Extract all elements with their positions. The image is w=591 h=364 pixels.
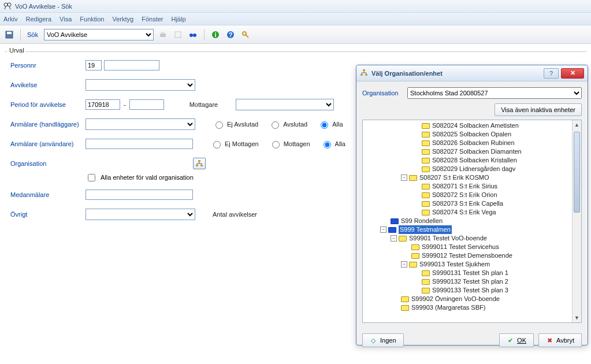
tree-node-label: S99902 Övningen VoO-boende <box>411 295 500 303</box>
personnr-input[interactable] <box>104 60 159 70</box>
expander-icon[interactable]: − <box>391 235 397 242</box>
tree-node[interactable]: S9990133 Testet Sh plan 3 <box>363 286 581 295</box>
scroll-thumb[interactable] <box>574 132 580 213</box>
preview-icon[interactable] <box>172 29 184 40</box>
expander-icon[interactable]: − <box>401 174 407 181</box>
svg-point-10 <box>193 34 196 37</box>
tree-node[interactable]: S082071 S:t Erik Sirius <box>363 182 581 191</box>
period-sep: - <box>124 101 126 108</box>
scroll-down-icon[interactable]: ▼ <box>573 313 581 322</box>
tree-node-label: S082073 S:t Erik Capella <box>432 199 503 208</box>
tree-node[interactable]: −S999 Testmalmen <box>363 225 581 234</box>
tree-node[interactable]: −S999013 Testet Sjukhem <box>363 260 581 269</box>
menu-arkiv[interactable]: Arkiv <box>3 16 17 23</box>
alla-avslutad-radio[interactable] <box>321 121 328 129</box>
tree-node[interactable]: S082072 S:t Erik Orion <box>363 191 581 199</box>
menu-verktyg[interactable]: Verktyg <box>113 16 134 23</box>
dialog-titlebar: Välj Organisation/enhet ? ✕ <box>356 65 588 81</box>
tree-node[interactable]: S082029 Lidnersgården dagv <box>363 165 581 173</box>
anmalare-hand-combo[interactable] <box>86 118 195 130</box>
menu-fonster[interactable]: Fönster <box>142 16 163 23</box>
period-from-input[interactable] <box>86 99 120 110</box>
organisation-button[interactable] <box>193 158 206 169</box>
show-inactive-button[interactable]: Visa även inaktiva enheter <box>495 103 582 116</box>
tree-node-label: S9990131 Testet Sh plan 1 <box>432 269 508 277</box>
sok-label: Sök <box>27 31 38 38</box>
avbryt-button[interactable]: ✖Avbryt <box>538 333 582 347</box>
ej-mottagen-radio[interactable] <box>213 141 221 148</box>
folder-icon <box>409 262 417 268</box>
svg-point-9 <box>189 34 193 37</box>
binoculars-icon[interactable] <box>187 29 199 40</box>
tree-node[interactable]: S999012 Testet Demensboende <box>363 251 581 260</box>
ok-button[interactable]: ✔OK <box>499 333 534 347</box>
tree-node[interactable]: −S99901 Testet VoO-boende <box>363 234 581 243</box>
tree-node[interactable]: S082026 Solbacken Rubinen <box>363 139 581 147</box>
dialog-org-combo[interactable]: Stockholms Stad 20080527 <box>407 87 582 99</box>
svg-text:?: ? <box>229 31 233 38</box>
tree-node[interactable]: S99902 Övningen VoO-boende <box>363 295 581 303</box>
menu-redigera[interactable]: Redigera <box>25 16 51 23</box>
org-tree[interactable]: S082024 Solbacken AmetistenS082025 Solba… <box>363 120 581 313</box>
ovrigt-combo[interactable] <box>86 209 195 220</box>
ingen-button[interactable]: ◇Ingen <box>362 333 404 347</box>
menu-hjalp[interactable]: Hjälp <box>171 16 185 23</box>
folder-icon <box>422 288 430 294</box>
svg-rect-18 <box>196 165 198 166</box>
save-icon[interactable] <box>3 29 15 40</box>
tree-node[interactable]: −S08207 S:t Erik KOSMO <box>363 173 581 182</box>
folder-icon <box>422 210 430 216</box>
dialog-close-button[interactable]: ✕ <box>561 68 584 79</box>
tree-node-label: S082024 Solbacken Ametisten <box>432 121 519 130</box>
tree-node[interactable]: S9990131 Testet Sh plan 1 <box>363 269 581 277</box>
menu-funktion[interactable]: Funktion <box>80 16 104 23</box>
expander-icon[interactable]: − <box>380 226 386 233</box>
tree-node[interactable]: S082025 Solbacken Opalen <box>363 130 581 139</box>
tree-node-label: S082071 S:t Erik Sirius <box>432 182 497 191</box>
tree-node-label: S082074 S:t Erik Vega <box>432 208 496 217</box>
anmalare-anv-input[interactable] <box>86 139 193 149</box>
tree-node[interactable]: S9990132 Testet Sh plan 2 <box>363 277 581 286</box>
mottagen-radio[interactable] <box>272 141 280 148</box>
personnr-prefix-input[interactable] <box>86 60 102 70</box>
sok-combo[interactable]: VoO Avvikelse <box>44 29 154 40</box>
tree-node[interactable]: S082028 Solbacken Kristallen <box>363 156 581 165</box>
ingen-icon: ◇ <box>370 337 377 344</box>
folder-icon <box>422 201 430 207</box>
tree-node[interactable]: S99903 (Margaretas SBF) <box>363 303 581 312</box>
avslutad-label: Avslutad <box>283 121 307 128</box>
tree-node[interactable]: S082074 S:t Erik Vega <box>363 208 581 217</box>
alla-enheter-checkbox[interactable] <box>88 174 95 181</box>
dialog-org-label: Organisation <box>362 90 403 96</box>
tree-node[interactable]: S082027 Solbacken Diamanten <box>363 147 581 156</box>
avvikelse-combo[interactable] <box>86 79 195 91</box>
medanmalare-input[interactable] <box>86 190 193 200</box>
tree-node[interactable]: S999011 Testet Servicehus <box>363 243 581 251</box>
tree-node-label: S9990132 Testet Sh plan 2 <box>432 277 508 286</box>
separator <box>204 29 205 40</box>
tree-node[interactable]: S082073 S:t Erik Capella <box>363 199 581 208</box>
tree-node[interactable]: S99 Rondellen <box>363 217 581 225</box>
dialog-help-button[interactable]: ? <box>544 68 559 79</box>
org-dialog: Välj Organisation/enhet ? ✕ Organisation… <box>356 65 588 346</box>
alla-mottagen-label: Alla <box>335 140 345 147</box>
print-icon[interactable] <box>157 29 169 40</box>
tree-node[interactable]: S082024 Solbacken Ametisten <box>363 121 581 130</box>
key-icon[interactable] <box>240 29 251 40</box>
expander-icon[interactable]: − <box>401 261 407 268</box>
alla-mottagen-radio[interactable] <box>324 141 331 148</box>
menu-visa[interactable]: Visa <box>60 16 72 23</box>
folder-icon <box>422 166 430 172</box>
scroll-up-icon[interactable]: ▲ <box>573 120 581 129</box>
period-to-input[interactable] <box>129 99 164 110</box>
ej-avslutad-label: Ej Avslutad <box>227 121 258 128</box>
svg-rect-8 <box>175 32 181 38</box>
help-icon[interactable]: ? <box>225 29 236 40</box>
tree-scrollbar[interactable]: ▲ ▼ <box>572 120 581 322</box>
avslutad-radio[interactable] <box>272 121 279 129</box>
mottagare-combo[interactable] <box>236 99 334 110</box>
info-icon[interactable]: i <box>210 29 221 40</box>
ej-avslutad-radio[interactable] <box>215 121 223 129</box>
tree-node-label: S082026 Solbacken Rubinen <box>432 139 515 147</box>
antal-label: Antal avvikelser <box>213 211 257 218</box>
